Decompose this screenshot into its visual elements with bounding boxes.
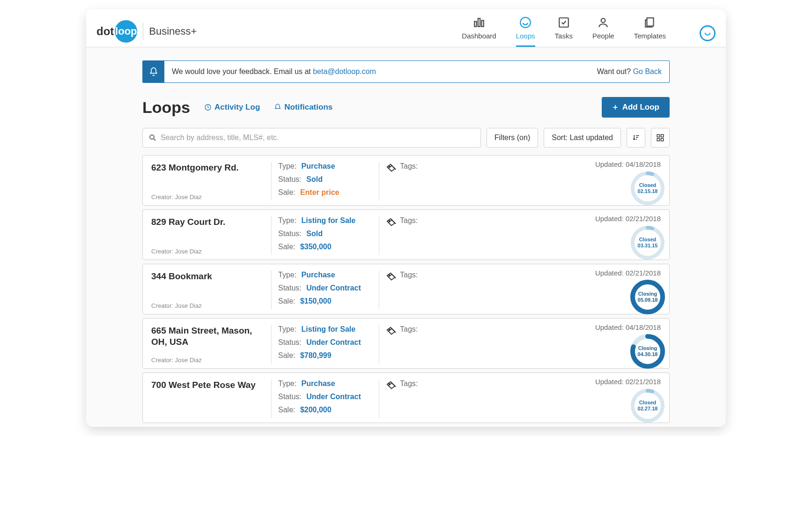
tags-label: Tags: xyxy=(400,216,418,225)
ring-label: Closed02.15.18 xyxy=(630,171,665,206)
loop-creator: Creator: Jose Diaz xyxy=(151,357,262,364)
loop-sale-label: Sale: xyxy=(278,297,295,305)
svg-point-19 xyxy=(389,275,390,275)
loop-type-value[interactable]: Listing for Sale xyxy=(302,216,356,224)
loop-sale-value[interactable]: $200,000 xyxy=(300,406,332,414)
loop-type-label: Type: xyxy=(278,162,296,170)
svg-rect-9 xyxy=(657,134,659,137)
loop-status-value[interactable]: Sold xyxy=(306,175,323,183)
nav-label: People xyxy=(592,32,614,40)
svg-rect-6 xyxy=(647,18,653,26)
loop-type-label: Type: xyxy=(278,379,296,387)
svg-rect-4 xyxy=(559,18,568,27)
loop-sale-value[interactable]: $780,999 xyxy=(300,351,332,359)
nav-label: Templates xyxy=(634,32,666,40)
loop-creator: Creator: Jose Diaz xyxy=(151,193,262,201)
feedback-optout: Want out? Go Back xyxy=(597,67,669,76)
tags-icon xyxy=(386,326,396,339)
smile-icon xyxy=(519,16,532,29)
progress-ring: Closing04.30.18 xyxy=(630,334,665,369)
svg-point-5 xyxy=(601,18,605,22)
loop-type-label: Type: xyxy=(278,325,296,333)
nav-dashboard[interactable]: Dashboard xyxy=(462,16,496,47)
tags-label: Tags: xyxy=(400,379,418,388)
loop-updated: Updated: 04/18/2018 xyxy=(595,160,661,168)
loop-sale-label: Sale: xyxy=(278,351,295,359)
loop-creator: Creator: Jose Diaz xyxy=(151,302,262,309)
profile-smile-badge[interactable] xyxy=(700,25,716,41)
loop-address: 665 Main Street, Mason, OH, USA xyxy=(151,325,262,348)
loop-card[interactable]: 700 West Pete Rose WayType: PurchaseStat… xyxy=(142,372,670,423)
page-header: Loops Activity Log Notifications Add Loo… xyxy=(142,97,670,118)
add-loop-button[interactable]: Add Loop xyxy=(602,97,670,118)
tags-label: Tags: xyxy=(400,162,418,171)
nav-label: Tasks xyxy=(555,32,573,40)
progress-ring: Closed02.15.18 xyxy=(630,171,665,206)
grid-icon xyxy=(656,134,664,142)
brand-loop-badge: loop xyxy=(115,20,137,43)
tags-label: Tags: xyxy=(400,325,418,334)
loop-card[interactable]: 344 BookmarkCreator: Jose DiazType: Purc… xyxy=(142,264,670,314)
feedback-email-link[interactable]: beta@dotloop.com xyxy=(313,67,376,75)
progress-ring: Closed03.31.15 xyxy=(630,225,665,260)
top-nav: dot loop Business+ Dashboard Loops xyxy=(86,9,726,47)
person-icon xyxy=(597,16,610,29)
loop-address: 344 Bookmark xyxy=(151,271,262,282)
loop-status-label: Status: xyxy=(278,230,302,238)
view-grid-button[interactable] xyxy=(651,128,670,148)
nav-tasks[interactable]: Tasks xyxy=(555,16,573,47)
svg-point-25 xyxy=(389,383,390,384)
loop-type-value[interactable]: Listing for Sale xyxy=(302,325,356,333)
sort-button[interactable]: Sort: Last updated xyxy=(544,128,621,148)
ring-label: Closing04.30.18 xyxy=(630,334,665,369)
loop-sale-label: Sale: xyxy=(278,406,295,414)
loop-creator: Creator: Jose Diaz xyxy=(151,248,262,255)
check-square-icon xyxy=(557,16,570,29)
documents-icon xyxy=(643,16,657,29)
loop-sale-label: Sale: xyxy=(278,243,295,251)
search-icon xyxy=(148,134,157,142)
filters-button[interactable]: Filters (on) xyxy=(487,128,538,148)
brand-logo: dot loop Business+ xyxy=(96,20,197,43)
loop-card[interactable]: 623 Montgomery Rd.Creator: Jose DiazType… xyxy=(142,155,670,206)
progress-ring: Closing05.09.18 xyxy=(630,279,665,315)
loop-status-value[interactable]: Under Contract xyxy=(306,393,361,401)
nav-templates[interactable]: Templates xyxy=(634,16,666,47)
bell-icon xyxy=(143,61,164,82)
loop-updated: Updated: 04/18/2018 xyxy=(595,323,661,331)
go-back-link[interactable]: Go Back xyxy=(633,67,662,75)
loop-status-value[interactable]: Under Contract xyxy=(306,338,361,346)
notifications-link[interactable]: Notifications xyxy=(274,103,332,112)
page-body: We would love your feedback. Email us at… xyxy=(86,47,726,423)
tags-icon xyxy=(386,163,396,176)
search-box[interactable] xyxy=(142,128,481,148)
svg-rect-12 xyxy=(661,139,664,141)
loop-status-value[interactable]: Under Contract xyxy=(306,284,361,292)
loop-sale-value[interactable]: Enter price xyxy=(300,188,340,196)
loop-status-label: Status: xyxy=(278,175,302,183)
nav-items: Dashboard Loops Tasks People xyxy=(462,16,716,47)
loop-card[interactable]: 665 Main Street, Mason, OH, USACreator: … xyxy=(142,318,670,369)
search-input[interactable] xyxy=(161,134,475,142)
brand-divider xyxy=(143,23,143,40)
loop-list: 623 Montgomery Rd.Creator: Jose DiazType… xyxy=(142,155,670,423)
activity-log-link[interactable]: Activity Log xyxy=(204,103,260,112)
nav-loops[interactable]: Loops xyxy=(516,16,535,47)
brand-plan-label: Business+ xyxy=(149,25,197,37)
bar-chart-icon xyxy=(472,16,486,29)
nav-label: Dashboard xyxy=(462,32,496,40)
loop-sale-value[interactable]: $150,000 xyxy=(300,297,332,305)
loop-type-value[interactable]: Purchase xyxy=(302,271,335,279)
loop-type-value[interactable]: Purchase xyxy=(302,379,335,387)
ring-label: Closing05.09.18 xyxy=(630,279,665,315)
nav-people[interactable]: People xyxy=(592,16,614,47)
loop-status-value[interactable]: Sold xyxy=(306,230,323,238)
sort-direction-button[interactable] xyxy=(627,128,645,148)
svg-rect-10 xyxy=(661,134,664,137)
loop-card[interactable]: 829 Ray Court Dr.Creator: Jose DiazType:… xyxy=(142,209,670,260)
loop-sale-value[interactable]: $350,000 xyxy=(300,243,332,251)
svg-point-22 xyxy=(389,329,390,330)
feedback-banner: We would love your feedback. Email us at… xyxy=(142,60,670,83)
loop-type-value[interactable]: Purchase xyxy=(302,162,335,170)
tags-icon xyxy=(386,272,396,284)
